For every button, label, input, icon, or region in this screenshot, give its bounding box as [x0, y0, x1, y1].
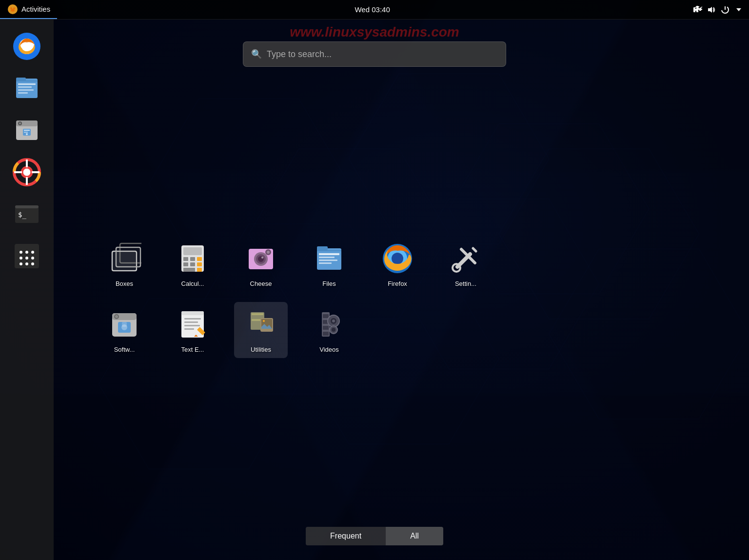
help-dock-icon — [12, 158, 41, 187]
svg-rect-93 — [317, 248, 341, 270]
svg-rect-26 — [699, 9, 700, 11]
svg-marker-30 — [736, 8, 741, 11]
svg-point-62 — [25, 251, 28, 254]
svg-rect-77 — [183, 257, 188, 261]
app-label-firefox: Firefox — [388, 280, 407, 287]
app-item-calculator[interactable]: Calcul... — [166, 236, 219, 292]
svg-rect-38 — [18, 89, 34, 91]
svg-point-92 — [267, 251, 270, 254]
bottom-tabs: Frequent All — [306, 527, 443, 545]
svg-rect-82 — [197, 262, 202, 266]
svg-point-44 — [19, 122, 21, 124]
topbar-clock: Wed 03:40 — [57, 5, 688, 14]
settings-icon — [448, 241, 483, 276]
svg-rect-23 — [697, 7, 698, 9]
search-container: 🔍 Type to search... — [243, 41, 506, 67]
svg-rect-80 — [183, 262, 188, 266]
svg-rect-123 — [252, 313, 263, 315]
dock-item-appgrid[interactable] — [7, 237, 46, 276]
videos-icon — [312, 307, 347, 342]
svg-rect-47 — [24, 132, 28, 133]
dock: $_ — [0, 20, 54, 560]
files-dock-icon — [12, 74, 41, 103]
files-icon — [312, 241, 347, 276]
software-icon — [107, 307, 142, 342]
svg-rect-37 — [18, 86, 32, 88]
dock-item-files[interactable] — [7, 69, 46, 108]
svg-line-106 — [473, 248, 476, 251]
app-item-settings[interactable]: Settin... — [439, 236, 493, 292]
svg-rect-83 — [183, 268, 195, 272]
search-bar[interactable]: 🔍 Type to search... — [243, 41, 506, 67]
topbar-right-icons — [688, 4, 749, 15]
app-item-utilities[interactable]: Utilities — [234, 302, 288, 358]
svg-rect-46 — [24, 130, 30, 131]
activities-label: Activities — [21, 5, 50, 13]
app-label-software: Softw... — [114, 346, 135, 353]
svg-rect-40 — [16, 78, 26, 81]
svg-rect-58 — [15, 205, 39, 208]
svg-point-67 — [20, 262, 22, 265]
app-label-utilities: Utilities — [251, 346, 271, 353]
dock-item-help[interactable] — [7, 153, 46, 192]
svg-rect-133 — [323, 326, 329, 330]
svg-marker-27 — [708, 7, 712, 13]
app-item-software[interactable]: Softw... — [98, 302, 151, 358]
svg-rect-134 — [323, 332, 329, 336]
svg-rect-19 — [701, 9, 702, 10]
app-item-cheese[interactable]: Cheese — [234, 236, 288, 292]
network-icon[interactable] — [692, 4, 703, 15]
svg-rect-97 — [319, 260, 337, 261]
app-item-files[interactable]: Files — [302, 236, 356, 292]
tab-all[interactable]: All — [386, 527, 443, 545]
volume-icon[interactable] — [706, 4, 717, 15]
app-item-texteditor[interactable]: Text E... — [166, 302, 219, 358]
svg-rect-36 — [18, 83, 36, 85]
app-label-settings: Settin... — [455, 280, 476, 287]
svg-point-102 — [392, 253, 403, 264]
svg-rect-115 — [181, 311, 204, 315]
calculator-icon — [175, 241, 210, 276]
svg-point-63 — [31, 251, 34, 254]
svg-point-137 — [332, 320, 335, 322]
power-icon[interactable] — [720, 4, 730, 15]
dock-item-terminal[interactable]: $_ — [7, 195, 46, 234]
utilities-icon — [243, 307, 278, 342]
app-grid-area: Boxes — [0, 67, 749, 527]
svg-point-139 — [332, 328, 335, 332]
svg-rect-81 — [190, 262, 195, 266]
svg-rect-78 — [190, 257, 195, 261]
svg-point-129 — [263, 320, 265, 322]
svg-point-14 — [11, 9, 15, 12]
firefox-dock-icon — [12, 32, 41, 61]
svg-point-69 — [31, 262, 34, 265]
search-placeholder-text: Type to search... — [267, 49, 332, 60]
cheese-icon — [243, 241, 278, 276]
svg-point-64 — [20, 257, 22, 260]
svg-rect-99 — [317, 246, 328, 250]
svg-rect-131 — [323, 314, 329, 318]
svg-rect-98 — [319, 262, 332, 264]
svg-text:$_: $_ — [18, 211, 26, 219]
activities-button[interactable]: Activities — [0, 0, 57, 19]
firefox-icon — [380, 241, 415, 276]
system-menu-arrow-icon[interactable] — [733, 4, 744, 15]
svg-point-68 — [25, 262, 28, 265]
svg-rect-96 — [319, 257, 335, 258]
tab-frequent[interactable]: Frequent — [306, 527, 386, 545]
svg-rect-113 — [122, 322, 127, 327]
svg-point-61 — [20, 251, 22, 254]
svg-rect-39 — [18, 92, 28, 94]
app-item-boxes[interactable]: Boxes — [98, 236, 151, 292]
software-dock-icon — [12, 116, 41, 145]
svg-rect-95 — [319, 253, 339, 255]
search-icon: 🔍 — [251, 49, 262, 60]
dock-item-firefox[interactable] — [7, 27, 46, 66]
terminal-dock-icon: $_ — [12, 200, 41, 229]
dock-item-software[interactable] — [7, 111, 46, 150]
svg-point-65 — [25, 257, 28, 260]
app-label-boxes: Boxes — [116, 280, 133, 287]
app-grid: Boxes — [59, 67, 749, 527]
app-item-firefox[interactable]: Firefox — [371, 236, 424, 292]
app-item-videos[interactable]: Videos — [302, 302, 356, 358]
